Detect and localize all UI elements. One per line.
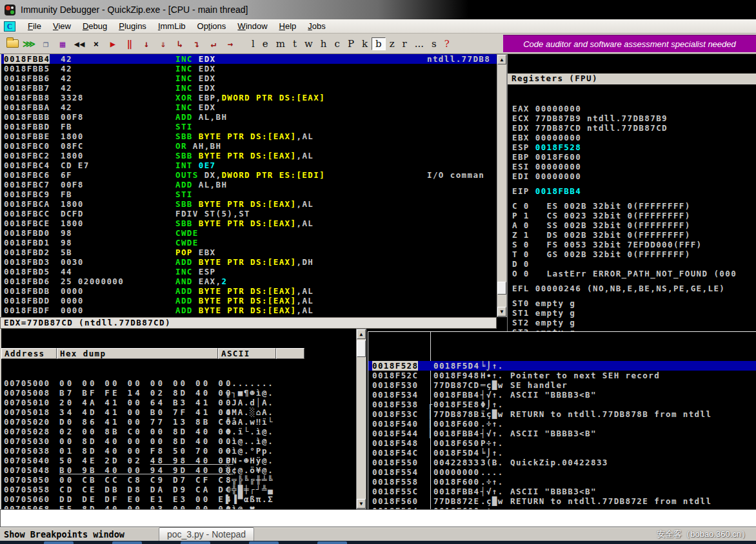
disasm-row[interactable]: 0018FBD098CWDE (1, 228, 497, 238)
hex-dump-scrollbar[interactable]: ▲ ▼ (356, 329, 366, 509)
shortcut-k[interactable]: k (358, 37, 372, 50)
stack-row[interactable]: 0018F52C0018F948H∙↑.Pointer to next SEH … (368, 371, 756, 380)
column-header-hexdump[interactable]: Hex dump (57, 348, 218, 359)
hex-dump-row[interactable]: 0070505000 CB CC C8 C9 D7 CF C8.╦╠╚╔╫╧╚ (1, 475, 356, 485)
disasm-row[interactable]: 0018FBBA42INC EDX (1, 102, 497, 112)
scroll-down-icon[interactable]: ▼ (497, 307, 506, 316)
hex-dump-row[interactable]: 0070501834 4D 41 00 B0 7F 41 004MA.░⌂A. (1, 407, 356, 417)
pause-icon[interactable]: ‖ (123, 36, 137, 52)
taskbar-button-notepad[interactable]: poc_3.py - Notepad (159, 527, 254, 542)
hex-dump-row[interactable]: 00705008B7 BF FE 14 02 8D 40 00╖┐■¶☻ì@. (1, 388, 356, 398)
run-icon[interactable]: ▶ (106, 36, 120, 52)
register-line[interactable]: ECX 77DB87B9 ntdll.77DB87B9 (508, 113, 756, 123)
disasm-row[interactable]: 0018FBDD0000ADD BYTE PTR DS:[EAX],AL (1, 296, 497, 306)
shortcut-?[interactable]: ? (441, 37, 453, 50)
disasm-row[interactable]: 0018FBCCDCFDFDIV ST(5),ST (1, 209, 497, 219)
register-line[interactable]: ST2 empty g (508, 318, 756, 327)
stack-row[interactable]: 0018F54C0018F5D4╘⌡↑. (368, 448, 756, 458)
stack-row[interactable]: 0018F53077DB87CD═ç█wSE handler (368, 380, 756, 390)
menu-item-debug[interactable]: Debug (77, 20, 113, 32)
disasm-row[interactable]: 0018FBB83328XOR EBP,DWORD PTR DS:[EAX] (1, 93, 497, 102)
disasm-row[interactable]: 0018FBC66FOUTS DX,DWORD PTR ES:[EDI]I/O … (1, 170, 497, 180)
stack-row[interactable]: 0018F544│0018FBB4┤√↑.ASCII "BBBB3<B" (368, 429, 756, 438)
stack-row[interactable]: 0018F550004228333(B.QuickZip.00422833 (368, 458, 756, 467)
hex-dump-row[interactable]: 0070503000 8D 40 00 00 8D 40 00.ì@..ì@. (1, 436, 356, 446)
shortcut-s[interactable]: s (428, 37, 441, 50)
cpu-window-icon[interactable]: C (4, 21, 15, 32)
menu-item-jobs[interactable]: Jobs (302, 20, 331, 32)
disasm-row[interactable]: 0018FBBE1800SBB BYTE PTR DS:[EAX],AL (1, 131, 497, 141)
command-input[interactable] (0, 509, 756, 527)
menu-item-plugins[interactable]: Plugins (113, 20, 152, 32)
scrollbar-thumb[interactable] (357, 340, 366, 357)
open-file-icon[interactable] (5, 36, 19, 52)
stack-row[interactable]: 0018F540│0018F600.÷↑. (368, 419, 756, 429)
disasm-row[interactable]: 0018FBD30030ADD BYTE PTR DS:[EAX],DH (1, 257, 497, 267)
shortcut-b[interactable]: b (372, 37, 386, 50)
windows-list-icon[interactable]: ❐ (39, 36, 53, 52)
register-line[interactable]: ST1 empty g (508, 308, 756, 318)
stack-row[interactable]: 0018F5580018F600.÷↑. (368, 477, 756, 487)
hex-dump-row[interactable]: 0070504050 4E 2D 02 48 98 40 00PN-☻Hÿ@. (1, 456, 356, 465)
scrollbar-thumb[interactable] (497, 282, 506, 295)
stack-row[interactable]: 0018F5340018FBB4┤√↑.ASCII "BBBB3<B" (368, 390, 756, 400)
taskbar-button[interactable] (249, 541, 279, 544)
hex-dump-row[interactable]: 00705020D0 86 41 00 77 13 8B C0╨åA.w‼ï└ (1, 417, 356, 427)
step-back-icon[interactable]: ◀◀ (72, 36, 86, 52)
taskbar-button[interactable] (181, 541, 210, 544)
disasm-row[interactable]: 0018FBB742INC EDX (1, 83, 497, 93)
register-line[interactable]: EBX 00000000 (508, 133, 756, 142)
menu-item-file[interactable]: File (22, 20, 47, 32)
menu-item-view[interactable]: View (47, 20, 77, 32)
shortcut-c[interactable]: c (330, 37, 343, 50)
register-line[interactable]: EBP 0018F600 (508, 152, 756, 162)
taskbar-button[interactable] (44, 541, 74, 544)
disasm-row[interactable]: 0018FBC4CD E7INT 0E7 (1, 160, 497, 170)
disasm-row[interactable]: 0018FBC21800SBB BYTE PTR DS:[EAX],AL (1, 151, 497, 160)
shortcut-h[interactable]: h (317, 37, 331, 50)
register-line[interactable]: ESI 00000000 (508, 162, 756, 171)
column-header-address[interactable]: Address (1, 348, 57, 359)
disasm-row[interactable]: 0018FBCE1800SBB BYTE PTR DS:[EAX],AL (1, 219, 497, 228)
register-line[interactable]: Z 1 DS 002B 32bit 0(FFFFFFFF) (508, 230, 756, 240)
disasm-row[interactable]: 0018FBBDFBSTI (1, 122, 497, 131)
menu-item-window[interactable]: Window (232, 20, 273, 32)
shortcut-t[interactable]: t (289, 37, 301, 50)
register-line[interactable]: EFL 00000246 (NO,NB,E,BE,NS,PE,GE,LE) (508, 284, 756, 293)
register-line[interactable]: P 1 CS 0023 32bit 0(FFFFFFFF) (508, 211, 756, 220)
taskbar-button[interactable] (112, 541, 142, 544)
trace-into-icon[interactable]: ↳ (173, 36, 187, 52)
register-line[interactable]: ESP 0018F528 (508, 142, 756, 152)
stack-row[interactable]: 0018F55400000000.... (368, 467, 756, 477)
appearance-icon[interactable]: ▦ (55, 36, 70, 52)
scroll-up-icon[interactable]: ▲ (497, 55, 506, 64)
register-line[interactable]: A 0 SS 002B 32bit 0(FFFFFFFF) (508, 220, 756, 230)
register-line[interactable]: EIP 0018FBB4 (508, 186, 756, 196)
disasm-row[interactable]: 0018FBB442INC EDXntdll.77DB8 (1, 54, 497, 64)
register-line[interactable]: EDX 77DB87CD ntdll.77DB87CD (508, 123, 756, 133)
stack-row[interactable]: 0018F538┌0018F5E8Φ⌡↑. (368, 400, 756, 409)
register-line[interactable]: D 0 (508, 259, 756, 269)
stack-row[interactable]: 0018F5280018F5D4╘⌡↑. (368, 361, 756, 371)
title-bar[interactable]: Immunity Debugger - QuickZip.exe - [CPU … (0, 0, 756, 19)
hex-dump-row[interactable]: 00705060DD DE DF E0 E1 E3 00 E4▌▐▀αßπ.Σ (1, 494, 356, 504)
taskbar-button[interactable] (317, 541, 347, 544)
disasm-row[interactable]: 0018FBCA1800SBB BYTE PTR DS:[EAX],AL (1, 199, 497, 209)
shortcut-m[interactable]: m (272, 37, 289, 50)
stack-row[interactable]: 0018F56077DB872E.ç█wRETURN to ntdll.77DB… (368, 496, 756, 506)
hex-dump-row[interactable]: 00705058CD CE DB D8 DA D9 CA DC═╬█╪┌┘╩▄ (1, 485, 356, 494)
hex-dump-row[interactable]: 00705068E5 8D 40 00 03 00 00 00σì@.♥... (1, 504, 356, 509)
step-into-icon[interactable]: ↓ (139, 36, 154, 52)
disasm-row[interactable]: 0018FBB642INC EDX (1, 73, 497, 83)
shortcut-P[interactable]: P (344, 37, 358, 50)
hex-dump-row[interactable]: 0070502802 00 8B C0 00 8D 40 00☻.ï└.ì@. (1, 427, 356, 436)
scroll-down-icon[interactable]: ▼ (357, 499, 366, 509)
menu-item-options[interactable]: Options (192, 20, 232, 32)
register-line[interactable]: C 0 ES 002B 32bit 0(FFFFFFFF) (508, 201, 756, 211)
hex-dump-row[interactable]: 00705048B0 9B 40 00 94 9D 40 00░¢@.ö¥@. (1, 465, 356, 475)
trace-over-icon[interactable]: ↴ (190, 36, 204, 52)
disasm-row[interactable]: 0018FBBB00F8ADD AL,BH (1, 112, 497, 122)
menu-item-help[interactable]: Help (274, 20, 303, 32)
execute-till-user-code-icon[interactable]: → (223, 36, 237, 52)
stack-row[interactable]: 0018F55C0018FBB4┤√↑.ASCII "BBBB3<B" (368, 487, 756, 496)
